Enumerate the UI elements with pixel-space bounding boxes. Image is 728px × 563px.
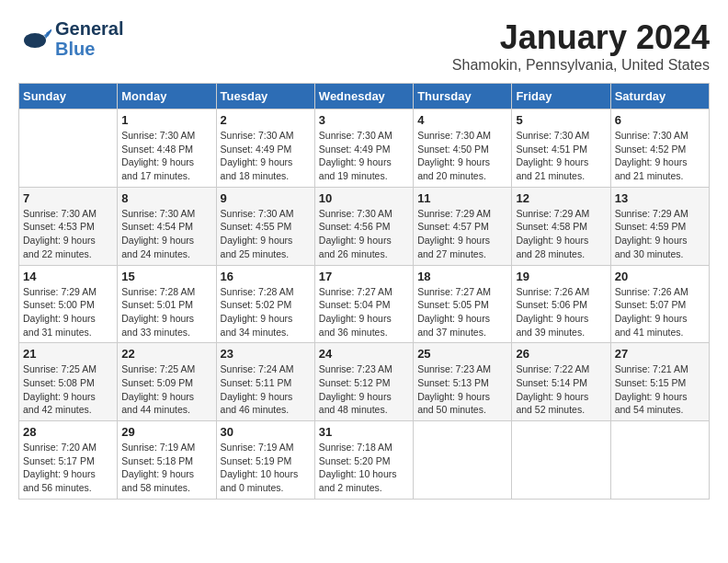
logo-general: General bbox=[55, 18, 123, 39]
day-number: 6 bbox=[615, 113, 705, 127]
table-row: 22Sunrise: 7:25 AM Sunset: 5:09 PM Dayli… bbox=[118, 343, 216, 421]
day-number: 14 bbox=[23, 270, 113, 283]
day-info: Sunrise: 7:30 AM Sunset: 4:54 PM Dayligh… bbox=[121, 207, 211, 261]
table-row bbox=[610, 421, 709, 500]
calendar-table: Sunday Monday Tuesday Wednesday Thursday… bbox=[18, 83, 710, 500]
table-row: 11Sunrise: 7:29 AM Sunset: 4:57 PM Dayli… bbox=[414, 187, 512, 265]
day-number: 27 bbox=[615, 347, 705, 361]
day-number: 30 bbox=[221, 425, 311, 439]
day-number: 12 bbox=[516, 191, 606, 205]
day-number: 1 bbox=[121, 113, 211, 127]
table-row: 9Sunrise: 7:30 AM Sunset: 4:55 PM Daylig… bbox=[216, 187, 314, 265]
day-info: Sunrise: 7:30 AM Sunset: 4:55 PM Dayligh… bbox=[221, 207, 311, 261]
day-info: Sunrise: 7:28 AM Sunset: 5:01 PM Dayligh… bbox=[121, 285, 211, 339]
day-info: Sunrise: 7:29 AM Sunset: 4:59 PM Dayligh… bbox=[615, 207, 705, 261]
day-info: Sunrise: 7:18 AM Sunset: 5:20 PM Dayligh… bbox=[319, 441, 409, 495]
day-info: Sunrise: 7:23 AM Sunset: 5:12 PM Dayligh… bbox=[319, 362, 409, 417]
table-row: 15Sunrise: 7:28 AM Sunset: 5:01 PM Dayli… bbox=[118, 265, 216, 343]
day-number: 25 bbox=[417, 347, 507, 361]
day-info: Sunrise: 7:29 AM Sunset: 4:58 PM Dayligh… bbox=[516, 207, 606, 261]
day-number: 20 bbox=[615, 270, 705, 283]
table-row: 16Sunrise: 7:28 AM Sunset: 5:02 PM Dayli… bbox=[216, 265, 314, 343]
day-info: Sunrise: 7:24 AM Sunset: 5:11 PM Dayligh… bbox=[221, 362, 311, 417]
day-number: 8 bbox=[121, 191, 211, 205]
day-number: 7 bbox=[23, 191, 113, 205]
calendar-week-row: 21Sunrise: 7:25 AM Sunset: 5:08 PM Dayli… bbox=[19, 343, 710, 421]
day-info: Sunrise: 7:29 AM Sunset: 5:00 PM Dayligh… bbox=[23, 285, 113, 339]
month-title: January 2024 bbox=[452, 18, 710, 57]
table-row: 3Sunrise: 7:30 AM Sunset: 4:49 PM Daylig… bbox=[314, 109, 413, 188]
day-info: Sunrise: 7:19 AM Sunset: 5:18 PM Dayligh… bbox=[121, 441, 211, 495]
table-row: 7Sunrise: 7:30 AM Sunset: 4:53 PM Daylig… bbox=[19, 187, 118, 265]
day-number: 2 bbox=[221, 113, 311, 127]
day-info: Sunrise: 7:28 AM Sunset: 5:02 PM Dayligh… bbox=[221, 285, 311, 339]
day-number: 9 bbox=[221, 191, 311, 205]
day-number: 31 bbox=[319, 425, 409, 439]
calendar-week-row: 14Sunrise: 7:29 AM Sunset: 5:00 PM Dayli… bbox=[19, 265, 710, 343]
table-row: 13Sunrise: 7:29 AM Sunset: 4:59 PM Dayli… bbox=[610, 187, 709, 265]
calendar-header-row: Sunday Monday Tuesday Wednesday Thursday… bbox=[19, 84, 710, 109]
table-row: 28Sunrise: 7:20 AM Sunset: 5:17 PM Dayli… bbox=[19, 421, 118, 500]
table-row: 31Sunrise: 7:18 AM Sunset: 5:20 PM Dayli… bbox=[314, 421, 413, 500]
day-number: 11 bbox=[417, 191, 507, 205]
calendar-week-row: 1Sunrise: 7:30 AM Sunset: 4:48 PM Daylig… bbox=[19, 109, 710, 188]
table-row: 2Sunrise: 7:30 AM Sunset: 4:49 PM Daylig… bbox=[216, 109, 314, 188]
title-section: January 2024 Shamokin, Pennsylvania, Uni… bbox=[452, 18, 710, 74]
col-monday: Monday bbox=[118, 84, 216, 109]
col-friday: Friday bbox=[512, 84, 610, 109]
table-row bbox=[19, 109, 118, 188]
day-info: Sunrise: 7:21 AM Sunset: 5:15 PM Dayligh… bbox=[615, 362, 705, 417]
day-info: Sunrise: 7:26 AM Sunset: 5:06 PM Dayligh… bbox=[516, 285, 606, 339]
table-row: 4Sunrise: 7:30 AM Sunset: 4:50 PM Daylig… bbox=[414, 109, 512, 188]
day-number: 5 bbox=[516, 113, 606, 127]
table-row: 21Sunrise: 7:25 AM Sunset: 5:08 PM Dayli… bbox=[19, 343, 118, 421]
day-info: Sunrise: 7:29 AM Sunset: 4:57 PM Dayligh… bbox=[417, 207, 507, 261]
table-row: 29Sunrise: 7:19 AM Sunset: 5:18 PM Dayli… bbox=[118, 421, 216, 500]
table-row bbox=[414, 421, 512, 500]
day-number: 13 bbox=[615, 191, 705, 205]
table-row: 8Sunrise: 7:30 AM Sunset: 4:54 PM Daylig… bbox=[118, 187, 216, 265]
day-number: 21 bbox=[23, 347, 113, 361]
day-number: 26 bbox=[516, 347, 606, 361]
svg-point-0 bbox=[24, 33, 46, 48]
day-number: 16 bbox=[221, 270, 311, 283]
day-info: Sunrise: 7:30 AM Sunset: 4:49 PM Dayligh… bbox=[221, 129, 311, 183]
day-number: 28 bbox=[23, 425, 113, 439]
logo-bird-icon bbox=[18, 22, 51, 55]
day-info: Sunrise: 7:30 AM Sunset: 4:49 PM Dayligh… bbox=[319, 129, 409, 183]
calendar-week-row: 7Sunrise: 7:30 AM Sunset: 4:53 PM Daylig… bbox=[19, 187, 710, 265]
day-info: Sunrise: 7:30 AM Sunset: 4:51 PM Dayligh… bbox=[516, 129, 606, 183]
table-row: 25Sunrise: 7:23 AM Sunset: 5:13 PM Dayli… bbox=[414, 343, 512, 421]
day-info: Sunrise: 7:22 AM Sunset: 5:14 PM Dayligh… bbox=[516, 362, 606, 417]
day-number: 29 bbox=[121, 425, 211, 439]
day-info: Sunrise: 7:27 AM Sunset: 5:04 PM Dayligh… bbox=[319, 285, 409, 339]
day-number: 18 bbox=[417, 270, 507, 283]
table-row: 17Sunrise: 7:27 AM Sunset: 5:04 PM Dayli… bbox=[314, 265, 413, 343]
col-wednesday: Wednesday bbox=[314, 84, 413, 109]
logo: General Blue bbox=[18, 18, 123, 59]
day-number: 4 bbox=[417, 113, 507, 127]
table-row: 12Sunrise: 7:29 AM Sunset: 4:58 PM Dayli… bbox=[512, 187, 610, 265]
day-info: Sunrise: 7:27 AM Sunset: 5:05 PM Dayligh… bbox=[417, 285, 507, 339]
col-saturday: Saturday bbox=[610, 84, 709, 109]
day-info: Sunrise: 7:30 AM Sunset: 4:53 PM Dayligh… bbox=[23, 207, 113, 261]
table-row: 14Sunrise: 7:29 AM Sunset: 5:00 PM Dayli… bbox=[19, 265, 118, 343]
day-info: Sunrise: 7:26 AM Sunset: 5:07 PM Dayligh… bbox=[615, 285, 705, 339]
location-subtitle: Shamokin, Pennsylvania, United States bbox=[452, 57, 710, 74]
table-row: 5Sunrise: 7:30 AM Sunset: 4:51 PM Daylig… bbox=[512, 109, 610, 188]
day-number: 22 bbox=[121, 347, 211, 361]
day-info: Sunrise: 7:30 AM Sunset: 4:48 PM Dayligh… bbox=[121, 129, 211, 183]
col-thursday: Thursday bbox=[414, 84, 512, 109]
table-row: 30Sunrise: 7:19 AM Sunset: 5:19 PM Dayli… bbox=[216, 421, 314, 500]
day-number: 17 bbox=[319, 270, 409, 283]
day-number: 3 bbox=[319, 113, 409, 127]
day-info: Sunrise: 7:30 AM Sunset: 4:52 PM Dayligh… bbox=[615, 129, 705, 183]
day-info: Sunrise: 7:30 AM Sunset: 4:50 PM Dayligh… bbox=[417, 129, 507, 183]
table-row bbox=[512, 421, 610, 500]
table-row: 24Sunrise: 7:23 AM Sunset: 5:12 PM Dayli… bbox=[314, 343, 413, 421]
table-row: 27Sunrise: 7:21 AM Sunset: 5:15 PM Dayli… bbox=[610, 343, 709, 421]
day-info: Sunrise: 7:20 AM Sunset: 5:17 PM Dayligh… bbox=[23, 441, 113, 495]
day-info: Sunrise: 7:25 AM Sunset: 5:08 PM Dayligh… bbox=[23, 362, 113, 417]
calendar-week-row: 28Sunrise: 7:20 AM Sunset: 5:17 PM Dayli… bbox=[19, 421, 710, 500]
day-number: 15 bbox=[121, 270, 211, 283]
